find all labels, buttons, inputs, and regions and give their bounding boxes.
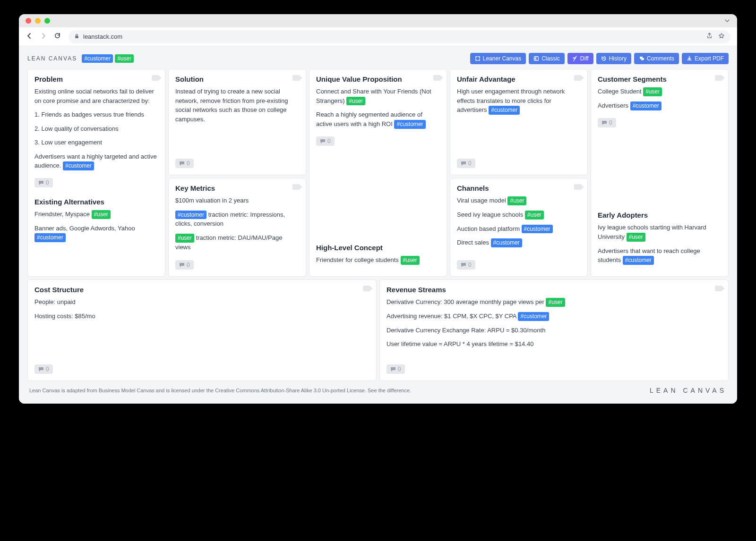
video-icon[interactable] [433, 75, 441, 81]
video-icon[interactable] [715, 75, 722, 81]
tag-user[interactable]: #user [507, 196, 526, 205]
tag-customer[interactable]: #customer [630, 101, 662, 110]
comments-button[interactable]: Comments [634, 53, 679, 64]
chevron-down-icon[interactable] [724, 17, 730, 24]
app-content: LEAN CANVAS #customer #user Leaner Canva… [19, 46, 737, 404]
video-icon[interactable] [292, 184, 300, 190]
card-text: Existing online social networks fail to … [34, 87, 158, 105]
solution-card[interactable]: Solution Instead of trying to create a n… [168, 69, 306, 175]
card-text: Ivy league schools starting with Harvard… [598, 223, 722, 241]
card-title: Key Metrics [175, 184, 299, 192]
lean-canvas-grid: Problem Existing online social networks … [27, 69, 729, 277]
subsection-title: Early Adopters [598, 211, 722, 219]
brand-label: LEAN CANVAS [27, 55, 77, 62]
card-text: Advertisers that want to reach college s… [598, 246, 722, 265]
tag-customer[interactable]: #customer [34, 233, 66, 242]
card-text: 2. Low quality of conversations [34, 124, 158, 134]
tag-customer[interactable]: #customer [522, 225, 553, 234]
customer-segments-card[interactable]: Customer Segments College Student #user … [591, 69, 729, 277]
tag-customer[interactable]: #customer [63, 161, 94, 170]
card-title: Customer Segments [598, 75, 722, 83]
card-title: Revenue Streams [387, 286, 722, 294]
video-icon[interactable] [363, 286, 370, 291]
footer-logo: LEAN CANVAS [650, 387, 727, 394]
tag-customer[interactable]: #customer [623, 256, 654, 265]
button-label: Classic [541, 55, 560, 62]
unfair-advantage-card[interactable]: Unfair Advantage High user engagement th… [450, 69, 588, 175]
comment-count[interactable]: 0 [175, 159, 194, 168]
forward-button[interactable] [40, 32, 47, 42]
share-icon[interactable] [706, 33, 713, 41]
button-label: Comments [647, 55, 674, 62]
bookmark-star-icon[interactable] [718, 33, 725, 41]
card-text: Reach a highly segmented audience of act… [316, 110, 440, 128]
comment-count[interactable]: 0 [34, 364, 53, 374]
card-title: Channels [457, 184, 581, 192]
close-window-button[interactable] [26, 18, 31, 24]
tag-user[interactable]: #user [175, 234, 194, 243]
minimize-window-button[interactable] [35, 18, 41, 24]
comment-count[interactable]: 0 [598, 118, 616, 127]
footer-note: Lean Canvas is adapted from Business Mod… [29, 388, 411, 393]
card-text: 3. Low user engagement [34, 138, 158, 147]
top-toolbar: LEAN CANVAS #customer #user Leaner Canva… [27, 50, 729, 69]
uvp-card[interactable]: Unique Value Proposition Connect and Sha… [309, 69, 447, 277]
card-text: User lifetime value = ARPU * 4 years lif… [387, 339, 722, 349]
button-label: Leaner Canvas [483, 55, 521, 62]
card-text: College Student #user [598, 87, 722, 96]
url-text: leanstack.com [83, 33, 122, 40]
window-titlebar [19, 14, 737, 27]
video-icon[interactable] [715, 286, 722, 291]
comment-count[interactable]: 0 [316, 136, 335, 146]
card-text: High user engagement through network eff… [457, 87, 581, 115]
leaner-canvas-button[interactable]: Leaner Canvas [470, 53, 526, 64]
card-text: Friendster, Myspace #user [34, 210, 158, 219]
video-icon[interactable] [292, 75, 300, 81]
classic-button[interactable]: Classic [529, 53, 565, 64]
reload-button[interactable] [54, 32, 61, 41]
tag-user[interactable]: #user [92, 210, 111, 219]
card-text: 1. Friends as badges versus true friends [34, 110, 158, 119]
card-text: Advertisers #customer [598, 101, 722, 110]
tag-customer[interactable]: #customer [394, 120, 425, 129]
card-text: Instead of trying to create a new social… [175, 87, 299, 124]
tag-user[interactable]: #user [401, 256, 420, 265]
video-icon[interactable] [152, 75, 159, 81]
tag-user[interactable]: #user [346, 97, 365, 106]
tag-user[interactable]: #user [115, 54, 134, 63]
tag-user[interactable]: #user [627, 233, 645, 242]
tag-customer[interactable]: #customer [491, 238, 522, 247]
comment-count[interactable]: 0 [34, 178, 53, 187]
card-title: Problem [34, 75, 158, 83]
card-text: Advertising revenue: $1 CPM, $X CPC, $Y … [387, 312, 722, 321]
video-icon[interactable] [574, 75, 582, 81]
history-button[interactable]: History [596, 53, 631, 64]
tag-customer[interactable]: #customer [518, 312, 549, 321]
comment-count[interactable]: 0 [175, 260, 194, 270]
tag-customer[interactable]: #customer [82, 54, 113, 63]
card-text: $100m valuation in 2 years [175, 196, 299, 205]
back-button[interactable] [26, 32, 33, 42]
comment-count[interactable]: 0 [457, 260, 475, 270]
cost-structure-card[interactable]: Cost Structure People: unpaid Hosting co… [27, 279, 377, 381]
tag-user[interactable]: #user [643, 87, 662, 96]
url-field[interactable]: leanstack.com [69, 30, 730, 43]
tag-customer[interactable]: #customer [175, 211, 206, 220]
revenue-streams-card[interactable]: Revenue Streams Derivative Currency: 300… [379, 279, 729, 381]
tag-user[interactable]: #user [546, 298, 565, 307]
channels-card[interactable]: Channels Viral usage model #user Seed iv… [450, 178, 588, 277]
diff-button[interactable]: Diff [567, 53, 593, 64]
maximize-window-button[interactable] [44, 18, 50, 24]
tag-user[interactable]: #user [525, 211, 544, 220]
card-text: Auction based platform #customer [457, 224, 581, 234]
tag-customer[interactable]: #customer [489, 106, 520, 115]
export-pdf-button[interactable]: Export PDF [682, 53, 729, 64]
card-text: Viral usage model #user [457, 196, 581, 205]
browser-window: leanstack.com LEAN CANVAS #customer #use… [19, 14, 737, 404]
problem-card[interactable]: Problem Existing online social networks … [27, 69, 165, 277]
video-icon[interactable] [574, 184, 582, 190]
comment-count[interactable]: 0 [387, 364, 405, 374]
comment-count[interactable]: 0 [457, 159, 475, 168]
key-metrics-card[interactable]: Key Metrics $100m valuation in 2 years #… [168, 178, 306, 277]
card-text: Banner ads, Google Adwords, Yahoo #custo… [34, 224, 158, 242]
